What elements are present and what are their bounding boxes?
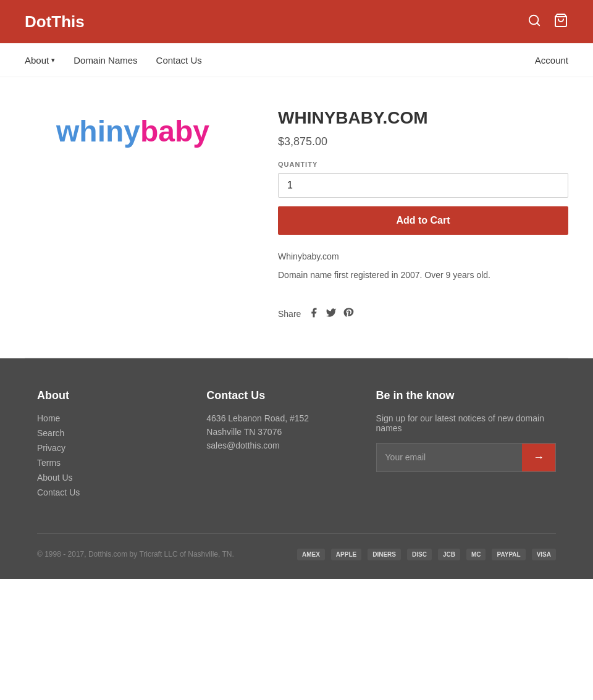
nav-links: About ▾ Domain Names Contact Us: [25, 55, 202, 65]
product-logo: whinybaby: [56, 114, 209, 148]
footer-newsletter-heading: Be in the know: [376, 389, 556, 402]
newsletter-email-input[interactable]: [377, 444, 522, 471]
footer-address-1: 4636 Lebanon Road, #152: [206, 413, 326, 423]
payment-icons: AMEX APPLE DINERS DISC JCB MC PAYPAL VIS…: [297, 549, 556, 560]
logo-whiny: whiny: [56, 114, 140, 148]
payment-master: MC: [466, 549, 486, 560]
facebook-share-icon[interactable]: [308, 307, 319, 321]
newsletter-submit-button[interactable]: →: [522, 444, 555, 471]
share-row: Share: [278, 295, 568, 321]
payment-diners: DINERS: [368, 549, 401, 560]
quantity-label: QUANTITY: [278, 161, 568, 168]
payment-apple-pay: APPLE: [331, 549, 361, 560]
footer-address-2: Nashville TN 37076: [206, 427, 326, 437]
site-header: DotThis: [0, 0, 593, 43]
svg-line-1: [537, 23, 539, 25]
share-label: Share: [278, 309, 301, 319]
add-to-cart-button[interactable]: Add to Cart: [278, 206, 568, 235]
main-content: whinybaby WHINYBABY.COM $3,875.00 QUANTI…: [0, 77, 593, 358]
footer-newsletter-col: Be in the know Sign up for our latest no…: [376, 389, 556, 502]
footer-link-search[interactable]: Search: [37, 428, 157, 438]
payment-discover: DISC: [407, 549, 432, 560]
footer-copyright: © 1998 - 2017, Dotthis.com by Tricraft L…: [37, 550, 234, 559]
footer-top: About Home Search Privacy Terms About Us…: [37, 389, 556, 502]
newsletter-form: →: [376, 443, 556, 472]
site-footer: About Home Search Privacy Terms About Us…: [0, 358, 593, 579]
payment-jcb: JCB: [438, 549, 460, 560]
footer-bottom: © 1998 - 2017, Dotthis.com by Tricraft L…: [37, 533, 556, 560]
payment-amex: AMEX: [297, 549, 325, 560]
cart-icon[interactable]: [553, 13, 568, 31]
footer-link-terms[interactable]: Terms: [37, 458, 157, 468]
footer-link-home[interactable]: Home: [37, 413, 157, 423]
search-icon[interactable]: [528, 14, 541, 30]
footer-contact-col: Contact Us 4636 Lebanon Road, #152 Nashv…: [206, 389, 326, 502]
pinterest-share-icon[interactable]: [343, 307, 354, 321]
payment-paypal: PAYPAL: [492, 549, 525, 560]
footer-newsletter-desc: Sign up for our latest notices of new do…: [376, 413, 556, 433]
footer-link-privacy[interactable]: Privacy: [37, 443, 157, 453]
footer-contact-heading: Contact Us: [206, 389, 326, 402]
footer-email[interactable]: sales@dotthis.com: [206, 441, 326, 450]
payment-visa: VISA: [532, 549, 556, 560]
site-logo[interactable]: DotThis: [25, 12, 85, 32]
chevron-down-icon: ▾: [51, 56, 55, 64]
nav-account[interactable]: Account: [535, 55, 568, 65]
product-desc-1: Whinybaby.com: [278, 250, 568, 263]
nav-item-domain-names[interactable]: Domain Names: [74, 55, 137, 65]
footer-link-contact-us[interactable]: Contact Us: [37, 487, 157, 497]
product-price: $3,875.00: [278, 135, 568, 148]
quantity-input[interactable]: [278, 173, 568, 198]
nav-item-about[interactable]: About ▾: [25, 55, 55, 65]
footer-link-about-us[interactable]: About Us: [37, 473, 157, 483]
twitter-share-icon[interactable]: [326, 307, 337, 321]
product-details: WHINYBABY.COM $3,875.00 QUANTITY Add to …: [278, 102, 568, 321]
product-image-area: whinybaby: [25, 102, 241, 161]
product-desc-2: Domain name first registered in 2007. Ov…: [278, 268, 568, 282]
nav-item-contact-us[interactable]: Contact Us: [156, 55, 202, 65]
header-right: [528, 13, 568, 31]
footer-about-heading: About: [37, 389, 157, 402]
main-nav: About ▾ Domain Names Contact Us Account: [0, 43, 593, 77]
footer-about-col: About Home Search Privacy Terms About Us…: [37, 389, 157, 502]
logo-baby: baby: [140, 114, 209, 148]
share-icons: [308, 307, 354, 321]
product-title: WHINYBABY.COM: [278, 108, 568, 128]
